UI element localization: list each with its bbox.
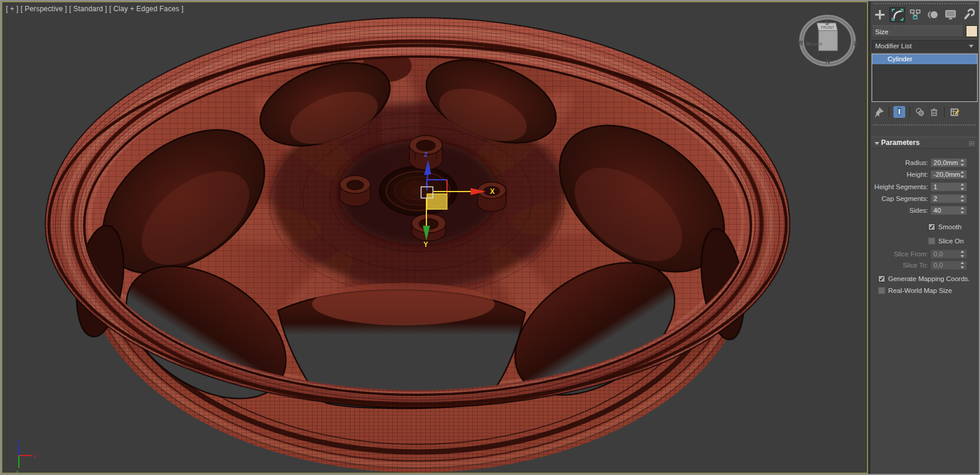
tab-create[interactable] — [872, 7, 888, 22]
slice-from-field: 0,0 — [931, 249, 967, 259]
parameters-rollout-header[interactable]: Parameters — [872, 137, 978, 149]
modifier-stack[interactable]: Cylinder — [872, 54, 978, 102]
tab-modify[interactable] — [889, 7, 905, 22]
toolbar-separator — [944, 107, 945, 117]
sides-spinner[interactable] — [959, 207, 965, 214]
slice-on-row: Slice On — [870, 237, 979, 246]
make-unique-button[interactable] — [914, 106, 926, 118]
radius-spinner[interactable] — [959, 159, 965, 166]
viewcube-east[interactable]: E — [854, 41, 858, 47]
viewport-label[interactable]: [ + ] [ Perspective ] [ Standard ] [ Cla… — [6, 5, 184, 13]
slice-to-field: 0,0 — [931, 260, 967, 270]
panel-grip[interactable] — [873, 2, 975, 5]
stack-toolbar — [873, 105, 976, 119]
tab-motion[interactable] — [925, 7, 941, 22]
slice-from-row: Slice From: 0,0 — [870, 249, 979, 259]
parameters-title: Parameters — [881, 138, 919, 147]
slice-to-spinner — [959, 262, 965, 269]
trash-icon — [929, 107, 939, 117]
modifier-list-label: Modifier List — [875, 42, 912, 50]
toolbar-separator — [909, 107, 910, 117]
sides-label: Sides: — [870, 206, 928, 216]
height-row: Height: -20,0mm — [870, 170, 979, 180]
height-field[interactable]: -20,0mm — [931, 170, 967, 179]
rollout-grip — [969, 141, 975, 146]
slice-to-label: Slice To: — [870, 260, 928, 271]
display-icon — [944, 8, 957, 21]
generate-mapping-row: Generate Mapping Coords. — [870, 275, 979, 283]
world-axis-x-label: x — [34, 453, 37, 459]
utilities-wrench-icon — [962, 8, 975, 21]
viewcube-front-label: FRONT — [821, 25, 834, 29]
configure-modifier-sets-button[interactable] — [949, 106, 961, 118]
perspective-viewport[interactable]: X Y Z FRONT BOTTOM S W E N Z x y — [1, 1, 868, 474]
pin-stack-button[interactable] — [873, 106, 885, 118]
lug-nut-left — [340, 176, 370, 206]
cap-segments-field[interactable]: 2 — [931, 194, 967, 203]
generate-mapping-checkbox[interactable] — [878, 275, 885, 282]
test-tube-icon — [894, 107, 905, 117]
cap-segments-row: Cap Segments: 2 — [870, 194, 979, 204]
motion-icon — [926, 8, 939, 21]
tab-hierarchy[interactable] — [907, 7, 923, 22]
object-color-swatch[interactable] — [966, 25, 978, 37]
lug-nut-right — [478, 182, 506, 212]
viewcube-front-face[interactable] — [819, 31, 837, 51]
height-segments-row: Height Segments: 1 — [870, 182, 979, 192]
rollout-separator — [873, 124, 976, 127]
sides-field[interactable]: 40 — [931, 206, 967, 215]
gizmo-z-label: Z — [424, 151, 428, 158]
slice-on-label: Slice On — [938, 237, 964, 246]
viewcube-west[interactable]: W — [797, 40, 803, 47]
configure-grid-pencil-icon — [949, 107, 960, 117]
rollout-collapse-icon — [875, 142, 879, 145]
slice-from-spinner — [959, 250, 965, 258]
real-world-label: Real-World Map Size — [888, 286, 952, 295]
create-plus-icon — [873, 8, 886, 21]
radius-row: Radius: 20,0mm — [870, 158, 979, 168]
height-segments-spinner[interactable] — [959, 183, 965, 190]
radius-field[interactable]: 20,0mm — [931, 158, 967, 167]
smooth-checkbox[interactable] — [928, 223, 935, 230]
height-label: Height: — [870, 170, 928, 180]
hierarchy-icon — [909, 8, 922, 21]
viewcube-bottom-label: BOTTOM — [806, 42, 822, 46]
gizmo-plane-handle-xy[interactable] — [427, 194, 447, 209]
gizmo-x-label: X — [490, 187, 495, 196]
scene-canvas[interactable]: X Y Z FRONT BOTTOM S W E N Z x y — [1, 1, 868, 474]
cap-segments-label: Cap Segments: — [870, 194, 928, 204]
modifier-list-dropdown[interactable]: Modifier List — [872, 40, 978, 52]
sides-row: Sides: 40 — [870, 206, 979, 216]
generate-mapping-label: Generate Mapping Coords. — [888, 275, 970, 283]
tab-utilities[interactable] — [960, 7, 976, 22]
linked-circles-icon — [915, 107, 925, 117]
chevron-down-icon — [969, 45, 974, 48]
smooth-row: Smooth — [870, 223, 979, 232]
viewcube-north[interactable]: N — [826, 58, 830, 65]
stack-item-cylinder[interactable]: Cylinder — [872, 54, 977, 64]
slice-on-checkbox[interactable] — [928, 237, 935, 245]
modify-icon — [891, 8, 904, 21]
object-name-field[interactable]: Size — [872, 25, 964, 37]
radius-label: Radius: — [870, 158, 928, 168]
gizmo-y-label: Y — [423, 240, 428, 249]
world-axis-z-label: Z — [16, 439, 20, 445]
viewcube-south[interactable]: S — [825, 19, 829, 26]
slice-to-row: Slice To: 0,0 — [870, 260, 979, 271]
toolbar-separator — [889, 107, 889, 117]
real-world-checkbox[interactable] — [878, 287, 885, 294]
tab-display[interactable] — [942, 7, 958, 22]
world-axis-y-label: y — [16, 469, 19, 474]
cap-segments-spinner[interactable] — [959, 195, 965, 202]
command-panel: Size Modifier List Cylinder — [870, 1, 979, 474]
remove-modifier-button[interactable] — [928, 106, 940, 118]
height-spinner[interactable] — [959, 171, 965, 178]
pin-icon — [873, 107, 884, 117]
height-segments-label: Height Segments: — [870, 182, 928, 192]
real-world-row: Real-World Map Size — [870, 286, 979, 295]
slice-from-label: Slice From: — [870, 249, 928, 259]
command-panel-tabs — [872, 6, 976, 23]
smooth-label: Smooth — [938, 223, 962, 232]
height-segments-field[interactable]: 1 — [931, 182, 967, 192]
show-end-result-button[interactable] — [893, 106, 905, 118]
